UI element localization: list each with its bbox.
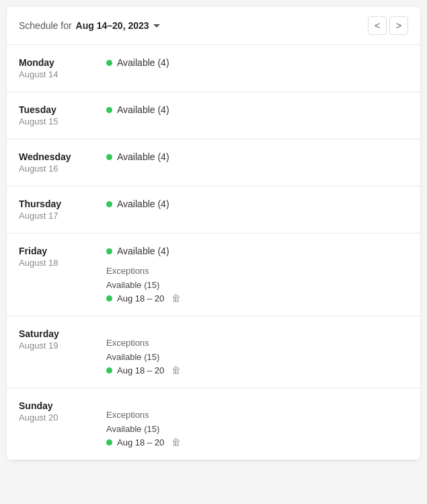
available-dot	[106, 201, 112, 207]
exception-count: Available (15)	[106, 352, 408, 362]
day-content-monday: Available (4)	[106, 57, 408, 68]
exceptions-label: Exceptions	[106, 338, 408, 348]
available-dot	[106, 107, 112, 113]
exception-row: Aug 18 – 20 🗑	[106, 365, 408, 375]
availability-label: Available (4)	[117, 151, 169, 162]
day-content-tuesday: Available (4)	[106, 104, 408, 115]
availability-row: Available (4)	[106, 151, 408, 162]
day-date: August 14	[19, 69, 106, 79]
day-row-saturday: Saturday August 19 Exceptions Available …	[7, 316, 420, 388]
schedule-header: Schedule for Aug 14–20, 2023 < >	[7, 7, 420, 45]
day-row-friday: Friday August 18 Available (4) Exception…	[7, 233, 420, 316]
day-info-wednesday: Wednesday August 16	[19, 151, 106, 174]
day-content-wednesday: Available (4)	[106, 151, 408, 162]
day-row-sunday: Sunday August 20 Exceptions Available (1…	[7, 388, 420, 460]
day-date: August 20	[19, 412, 106, 423]
day-name: Friday	[19, 246, 106, 256]
day-info-sunday: Sunday August 20	[19, 400, 106, 423]
exceptions-label: Exceptions	[106, 410, 408, 420]
exception-dot	[106, 295, 112, 301]
availability-row: Available (4)	[106, 199, 408, 209]
availability-label: Available (4)	[117, 246, 169, 256]
day-date: August 17	[19, 211, 106, 221]
day-content-friday: Available (4) Exceptions Available (15) …	[106, 246, 408, 303]
exceptions-label: Exceptions	[106, 266, 408, 276]
day-date: August 16	[19, 164, 106, 174]
available-dot	[106, 248, 112, 254]
delete-exception-button[interactable]: 🗑	[171, 365, 181, 375]
exception-range: Aug 18 – 20	[117, 365, 164, 375]
days-list: Monday August 14 Available (4) Tuesday A…	[7, 45, 420, 460]
day-info-tuesday: Tuesday August 15	[19, 104, 106, 127]
day-row-tuesday: Tuesday August 15 Available (4)	[7, 92, 420, 139]
day-name: Thursday	[19, 199, 106, 209]
availability-row: Available (4)	[106, 104, 408, 115]
nav-buttons: < >	[368, 16, 408, 35]
exception-count: Available (15)	[106, 424, 408, 434]
available-dot	[106, 154, 112, 160]
day-info-friday: Friday August 18	[19, 246, 106, 268]
availability-row: Available (4)	[106, 246, 408, 256]
day-name: Monday	[19, 57, 106, 68]
availability-label: Available (4)	[117, 104, 169, 115]
day-content-thursday: Available (4)	[106, 199, 408, 209]
day-name: Wednesday	[19, 151, 106, 162]
exception-row: Aug 18 – 20 🗑	[106, 293, 408, 303]
exception-range: Aug 18 – 20	[117, 437, 164, 447]
day-row-wednesday: Wednesday August 16 Available (4)	[7, 139, 420, 186]
availability-row: Available (4)	[106, 57, 408, 68]
exception-count: Available (15)	[106, 280, 408, 290]
day-name: Saturday	[19, 328, 106, 339]
exception-dot	[106, 439, 112, 445]
exception-dot	[106, 367, 112, 373]
next-button[interactable]: >	[389, 16, 408, 35]
day-name: Tuesday	[19, 104, 106, 115]
day-date: August 19	[19, 340, 106, 351]
exception-range: Aug 18 – 20	[117, 293, 164, 303]
schedule-label: Schedule for	[19, 20, 72, 31]
day-info-thursday: Thursday August 17	[19, 199, 106, 221]
day-content-saturday: Exceptions Available (15) Aug 18 – 20 🗑	[106, 328, 408, 375]
day-date: August 15	[19, 116, 106, 127]
prev-button[interactable]: <	[368, 16, 387, 35]
day-info-monday: Monday August 14	[19, 57, 106, 79]
day-row-thursday: Thursday August 17 Available (4)	[7, 186, 420, 233]
day-date: August 18	[19, 258, 106, 268]
day-name: Sunday	[19, 400, 106, 411]
availability-label: Available (4)	[117, 57, 169, 68]
exception-row: Aug 18 – 20 🗑	[106, 437, 408, 447]
header-title: Schedule for Aug 14–20, 2023	[19, 20, 160, 31]
day-row-monday: Monday August 14 Available (4)	[7, 45, 420, 92]
delete-exception-button[interactable]: 🗑	[171, 293, 181, 303]
availability-label: Available (4)	[117, 199, 169, 209]
schedule-container: Schedule for Aug 14–20, 2023 < > Monday …	[7, 7, 420, 460]
day-info-saturday: Saturday August 19	[19, 328, 106, 351]
delete-exception-button[interactable]: 🗑	[171, 437, 181, 447]
chevron-down-icon[interactable]	[153, 24, 160, 28]
available-dot	[106, 60, 112, 66]
date-range: Aug 14–20, 2023	[76, 20, 149, 31]
day-content-sunday: Exceptions Available (15) Aug 18 – 20 🗑	[106, 400, 408, 447]
